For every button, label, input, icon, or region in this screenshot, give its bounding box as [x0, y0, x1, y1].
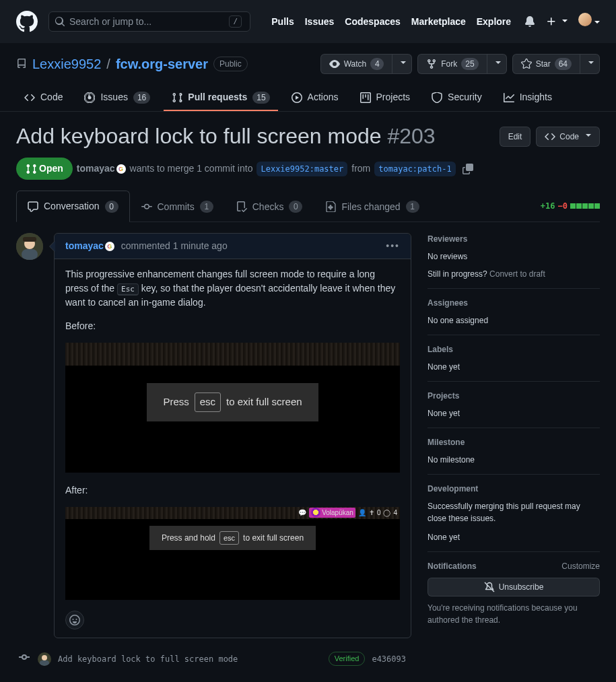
notifications-heading: Notifications: [427, 560, 477, 572]
svg-point-0: [88, 96, 92, 99]
fork-menu[interactable]: [487, 54, 507, 74]
search-shortcut: /: [229, 15, 242, 28]
star-count: 64: [555, 58, 572, 70]
code-icon: [545, 131, 555, 142]
file-diff-icon: [325, 201, 336, 212]
svg-point-5: [22, 655, 26, 659]
search-placeholder: Search or jump to...: [69, 15, 151, 29]
state-badge: Open: [16, 158, 73, 180]
watch-count: 4: [370, 58, 384, 70]
unsubscribe-button[interactable]: Unsubscribe: [427, 578, 600, 596]
nav-pulls[interactable]: Pulls: [271, 15, 294, 29]
watch-button[interactable]: Watch 4: [320, 54, 393, 74]
google-badge-icon: G: [105, 242, 114, 251]
verified-badge[interactable]: Verified: [329, 652, 366, 666]
nav-issues[interactable]: Issues: [305, 15, 335, 29]
commit-icon: [141, 201, 152, 212]
base-branch[interactable]: Lexxie9952:master: [256, 162, 347, 176]
svg-rect-4: [23, 237, 36, 242]
convert-to-draft[interactable]: Convert to draft: [489, 269, 545, 279]
nav-codespaces[interactable]: Codespaces: [345, 15, 400, 29]
tab-checks[interactable]: Checks0: [225, 191, 314, 222]
plus-icon: [546, 16, 557, 27]
code-button[interactable]: Code: [536, 127, 600, 147]
avatar: [578, 13, 592, 26]
google-badge-icon: G: [116, 164, 126, 174]
code-icon: [24, 92, 35, 103]
commit-sha[interactable]: e436093: [372, 653, 406, 665]
pr-icon: [172, 92, 182, 103]
tab-actions[interactable]: Actions: [283, 85, 347, 111]
add-menu[interactable]: [546, 15, 568, 29]
graph-icon: [504, 92, 514, 103]
comment-paragraph: This progressive enhancement changes ful…: [65, 267, 400, 310]
comment-author[interactable]: tomayac: [65, 240, 104, 251]
tab-projects[interactable]: Projects: [352, 85, 419, 111]
tab-insights[interactable]: Insights: [495, 85, 560, 111]
comment-icon: [28, 201, 38, 212]
repo-icon: [16, 59, 27, 69]
pr-title: Add keyboard lock to full screen mode #2…: [16, 123, 491, 149]
github-logo[interactable]: [16, 11, 38, 32]
nav-marketplace[interactable]: Marketplace: [411, 15, 466, 29]
fork-button[interactable]: Fork 25: [417, 54, 487, 74]
search-icon: [55, 16, 65, 27]
shield-icon: [432, 92, 442, 103]
repo-name-link[interactable]: fcw.org-server: [116, 57, 208, 71]
tab-code[interactable]: Code: [16, 85, 71, 111]
copy-icon[interactable]: [463, 164, 473, 174]
milestone-heading[interactable]: Milestone: [427, 436, 600, 448]
commit-row[interactable]: Add keyboard lock to full screen mode Ve…: [48, 649, 411, 669]
eye-icon: [329, 59, 340, 69]
fork-count: 25: [461, 58, 478, 70]
fork-icon: [426, 59, 437, 69]
repo-owner-link[interactable]: Lexxie9952: [32, 54, 101, 74]
assignees-heading[interactable]: Assignees: [427, 297, 600, 309]
visibility-badge: Public: [213, 57, 248, 71]
customize-link[interactable]: Customize: [561, 560, 600, 572]
after-label: After:: [65, 483, 400, 498]
add-reaction-button[interactable]: [65, 611, 84, 629]
before-label: Before:: [65, 319, 400, 333]
comment-author-avatar[interactable]: [16, 233, 43, 260]
user-menu[interactable]: [578, 13, 600, 30]
nav-explore[interactable]: Explore: [477, 15, 511, 29]
svg-rect-10: [40, 660, 49, 666]
diffstat: +16 −0: [541, 200, 600, 212]
project-icon: [360, 92, 371, 103]
issue-icon: [84, 92, 95, 103]
before-screenshot: Press esc to exit full screen: [65, 343, 400, 473]
svg-point-9: [42, 655, 47, 660]
search-input[interactable]: Search or jump to... /: [48, 11, 250, 32]
pr-author[interactable]: tomayacG: [77, 162, 126, 176]
commit-message[interactable]: Add keyboard lock to full screen mode: [58, 653, 322, 665]
development-heading[interactable]: Development: [427, 483, 600, 495]
tab-files-changed[interactable]: Files changed1: [314, 191, 430, 222]
comment-kebab-menu[interactable]: •••: [386, 239, 400, 253]
tab-pull-requests[interactable]: Pull requests15: [164, 85, 277, 111]
star-icon: [521, 59, 532, 69]
tab-issues[interactable]: Issues16: [76, 85, 158, 111]
commit-author-avatar: [38, 652, 51, 666]
star-button[interactable]: Star 64: [512, 54, 580, 74]
checklist-icon: [236, 201, 247, 212]
bell-slash-icon: [484, 582, 495, 592]
star-menu[interactable]: [580, 54, 600, 74]
pr-open-icon: [26, 164, 36, 174]
reviewers-heading[interactable]: Reviewers: [427, 233, 600, 245]
svg-rect-3: [22, 249, 38, 260]
watch-menu[interactable]: [392, 54, 412, 74]
comment-time: commented 1 minute ago: [121, 240, 228, 251]
labels-heading[interactable]: Labels: [427, 343, 600, 355]
after-screenshot: 💬 Volapükan 👤✝0◯4 Press and hold esc to …: [65, 507, 400, 601]
smiley-icon: [69, 615, 80, 625]
tab-conversation[interactable]: Conversation0: [16, 191, 130, 222]
tab-commits[interactable]: Commits1: [130, 191, 225, 222]
notifications-icon[interactable]: [524, 16, 535, 27]
edit-button[interactable]: Edit: [500, 127, 531, 147]
tab-security[interactable]: Security: [423, 85, 490, 111]
play-icon: [292, 92, 302, 103]
projects-heading[interactable]: Projects: [427, 390, 600, 402]
head-branch[interactable]: tomayac:patch-1: [374, 162, 455, 176]
